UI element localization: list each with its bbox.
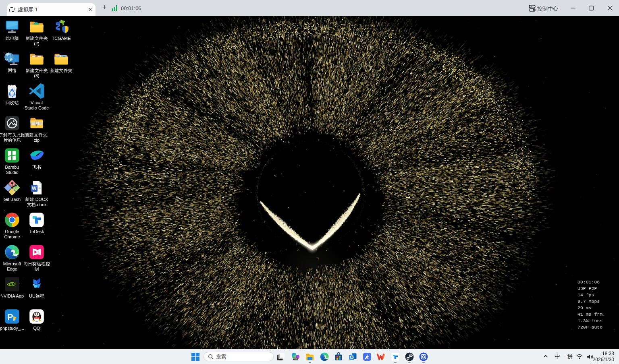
svg-text:W: W — [32, 186, 37, 191]
svg-text:P: P — [8, 312, 13, 321]
svg-text:M365: M365 — [293, 358, 298, 360]
